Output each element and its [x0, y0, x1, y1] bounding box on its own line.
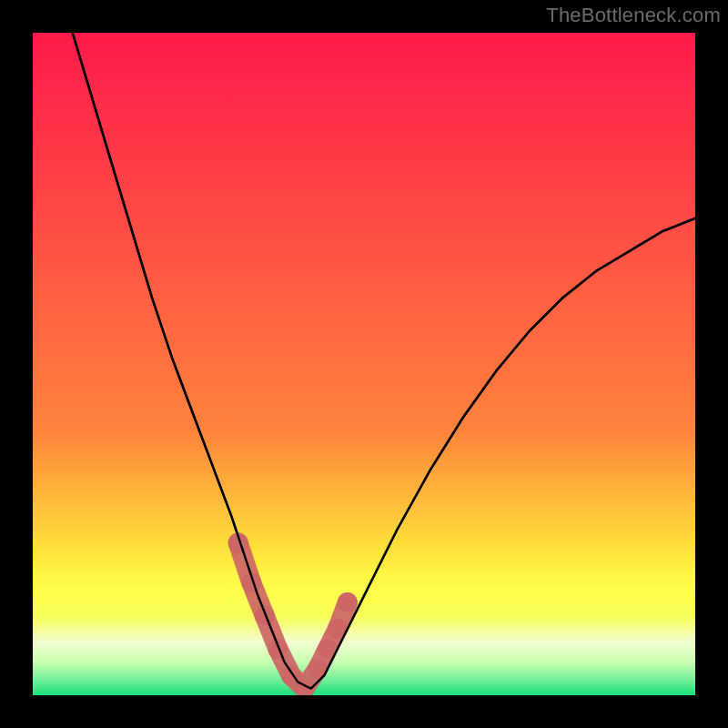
- chart-frame: TheBottleneck.com: [0, 0, 728, 728]
- watermark-text: TheBottleneck.com: [546, 4, 721, 27]
- bottleneck-chart: [33, 33, 695, 695]
- plot-area: [33, 33, 695, 695]
- highlight-marker: [268, 639, 288, 659]
- highlight-marker: [338, 592, 358, 612]
- highlight-marker: [255, 606, 275, 626]
